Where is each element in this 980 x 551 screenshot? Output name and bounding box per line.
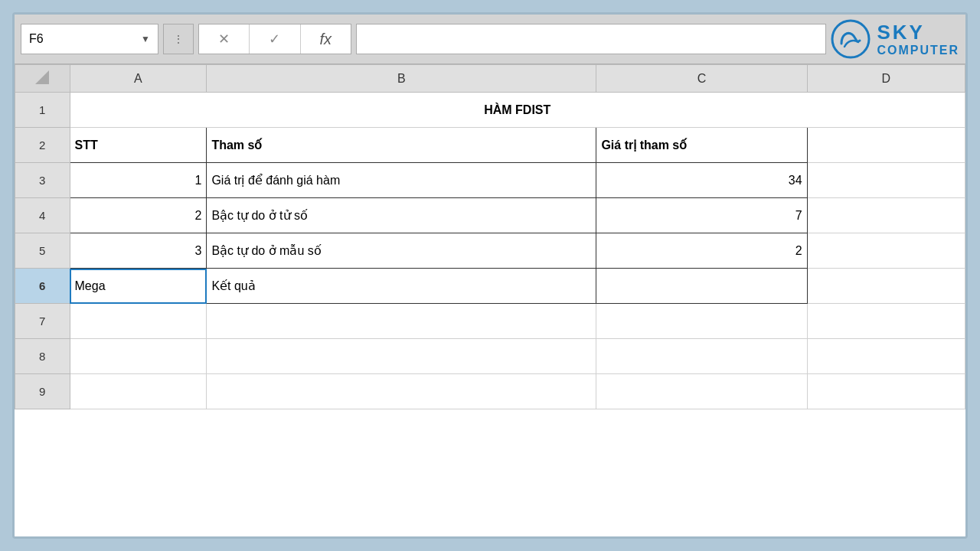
sky-logo-icon: [831, 19, 871, 59]
cell-d7[interactable]: [807, 304, 965, 339]
table-row: 4 2 Bậc tự do ở tử số 7: [15, 198, 965, 233]
cell-c6[interactable]: [596, 269, 807, 304]
table-row: 5 3 Bậc tự do ở mẫu số 2: [15, 233, 965, 269]
cell-b7[interactable]: [207, 304, 596, 339]
row-header-5[interactable]: 5: [15, 233, 70, 269]
cell-c2[interactable]: Giá trị tham số: [596, 128, 807, 163]
cell-a6[interactable]: Mega: [70, 269, 207, 304]
fx-button[interactable]: fx: [301, 24, 351, 54]
name-box[interactable]: F6 ▼: [21, 24, 158, 54]
row-header-8[interactable]: 8: [15, 339, 70, 374]
cell-d8[interactable]: [807, 339, 965, 374]
svg-point-0: [832, 21, 869, 57]
cell-a5[interactable]: 3: [70, 233, 207, 269]
table-row: 7: [15, 304, 965, 339]
cell-reference: F6: [29, 32, 44, 46]
cell-b3[interactable]: Giá trị để đánh giá hàm: [207, 163, 596, 198]
name-box-dropdown-icon[interactable]: ▼: [141, 34, 150, 44]
table-row: 3 1 Giá trị để đánh giá hàm 34: [15, 163, 965, 198]
row-header-6[interactable]: 6: [15, 269, 70, 304]
table-row: 8: [15, 339, 965, 374]
cell-b8[interactable]: [207, 339, 596, 374]
row-header-1[interactable]: 1: [15, 93, 70, 128]
cell-a2[interactable]: STT: [70, 128, 207, 163]
formula-action-buttons: ✕ ✓ fx: [198, 24, 351, 54]
confirm-button[interactable]: ✓: [250, 24, 300, 54]
col-header-d[interactable]: D: [807, 65, 965, 93]
col-header-a[interactable]: A: [70, 65, 207, 93]
row-header-2[interactable]: 2: [15, 128, 70, 163]
cell-c5[interactable]: 2: [596, 233, 807, 269]
cancel-button[interactable]: ✕: [199, 24, 250, 54]
row-header-7[interactable]: 7: [15, 304, 70, 339]
cell-d2[interactable]: [807, 128, 965, 163]
row-header-9[interactable]: 9: [15, 374, 70, 409]
cell-d5[interactable]: [807, 233, 965, 269]
table-row: 6 Mega Kết quả: [15, 269, 965, 304]
sky-logo: SKY COMPUTER: [831, 19, 959, 59]
table-row: 2 STT Tham số Giá trị tham số: [15, 128, 965, 163]
spreadsheet-table: A B C D 1 HÀM FDIST 2 STT Tham số Giá tr…: [15, 64, 965, 409]
cell-d4[interactable]: [807, 198, 965, 233]
cell-a1[interactable]: HÀM FDIST: [70, 93, 965, 128]
cell-c8[interactable]: [596, 339, 807, 374]
row-header-3[interactable]: 3: [15, 163, 70, 198]
formula-dots-icon: ⋮: [163, 24, 194, 54]
cell-a7[interactable]: [70, 304, 207, 339]
svg-marker-1: [35, 70, 49, 84]
cell-d6[interactable]: [807, 269, 965, 304]
cell-b9[interactable]: [207, 374, 596, 409]
cell-a8[interactable]: [70, 339, 207, 374]
cell-d3[interactable]: [807, 163, 965, 198]
cell-c3[interactable]: 34: [596, 163, 807, 198]
cell-a3[interactable]: 1: [70, 163, 207, 198]
table-row: 9: [15, 374, 965, 409]
sky-logo-text: SKY COMPUTER: [877, 21, 959, 57]
cell-a4[interactable]: 2: [70, 198, 207, 233]
cell-b2[interactable]: Tham số: [207, 128, 596, 163]
spreadsheet-container: F6 ▼ ⋮ ✕ ✓ fx SKY: [12, 12, 968, 539]
corner-header: [15, 65, 70, 93]
cell-b6[interactable]: Kết quả: [207, 269, 596, 304]
cell-b5[interactable]: Bậc tự do ở mẫu số: [207, 233, 596, 269]
col-header-c[interactable]: C: [596, 65, 807, 93]
formula-input[interactable]: [356, 24, 826, 54]
col-header-b[interactable]: B: [207, 65, 596, 93]
cell-d9[interactable]: [807, 374, 965, 409]
cell-a9[interactable]: [70, 374, 207, 409]
grid-area: A B C D 1 HÀM FDIST 2 STT Tham số Giá tr…: [15, 64, 965, 536]
formula-bar: F6 ▼ ⋮ ✕ ✓ fx SKY: [15, 15, 965, 64]
cell-c9[interactable]: [596, 374, 807, 409]
cell-b4[interactable]: Bậc tự do ở tử số: [207, 198, 596, 233]
cell-c4[interactable]: 7: [596, 198, 807, 233]
row-header-4[interactable]: 4: [15, 198, 70, 233]
table-row: 1 HÀM FDIST: [15, 93, 965, 128]
cell-c7[interactable]: [596, 304, 807, 339]
computer-text: COMPUTER: [877, 44, 959, 57]
sky-text: SKY: [877, 21, 959, 44]
